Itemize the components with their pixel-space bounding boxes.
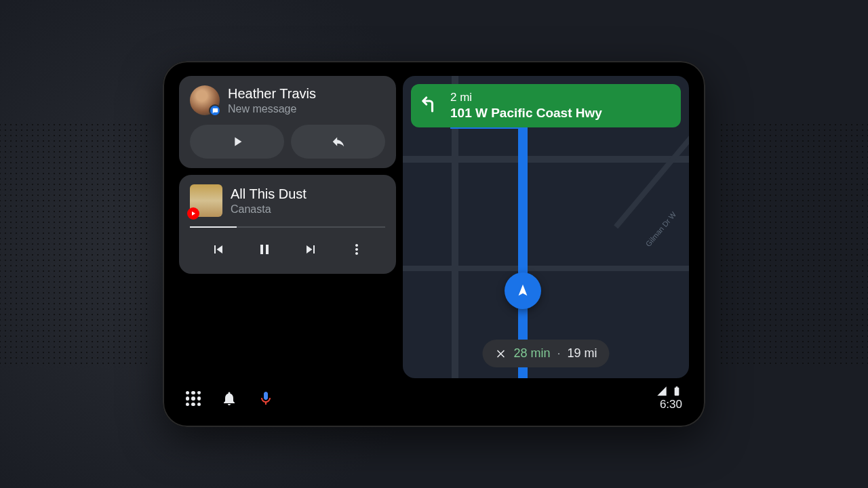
play-icon (230, 134, 245, 149)
home-screen: Heather Travis New message (179, 76, 689, 378)
system-bar-left (186, 390, 274, 407)
message-header: Heather Travis New message (190, 85, 385, 115)
messages-app-badge-icon (209, 104, 221, 117)
more-vert-icon (349, 241, 365, 258)
reply-message-button[interactable] (291, 125, 385, 159)
skip-next-icon (302, 241, 319, 258)
eta-separator: · (557, 346, 561, 361)
play-message-button[interactable] (190, 125, 284, 159)
track-title: All This Dust (231, 186, 307, 202)
infotainment-display: Heather Travis New message (163, 61, 705, 427)
navigation-map[interactable]: Gilman Dr W 2 mi 101 W Pacific Coast Hwy… (403, 76, 689, 378)
music-controls (190, 235, 385, 264)
youtube-music-badge-icon (187, 207, 199, 220)
music-text: All This Dust Canasta (231, 186, 307, 216)
music-overflow-button[interactable] (344, 237, 369, 262)
music-progress-track[interactable] (190, 226, 385, 228)
message-card[interactable]: Heather Travis New message (179, 76, 396, 168)
eta-distance: 19 mi (568, 346, 597, 361)
navigation-distance: 2 mi (450, 91, 602, 104)
voice-assistant-button[interactable] (258, 390, 274, 407)
next-track-button[interactable] (298, 237, 323, 262)
left-column: Heather Travis New message (179, 76, 396, 378)
sender-name: Heather Travis (228, 86, 316, 102)
bell-icon (221, 390, 237, 407)
music-card[interactable]: All This Dust Canasta (179, 175, 396, 274)
turn-left-icon (420, 94, 441, 117)
apps-grid-icon (186, 391, 201, 406)
navigation-banner-text: 2 mi 101 W Pacific Coast Hwy (450, 91, 602, 121)
skip-previous-icon (210, 241, 226, 258)
album-art (190, 184, 222, 217)
battery-icon (671, 386, 682, 396)
clock: 6:30 (660, 398, 682, 411)
previous-track-button[interactable] (206, 237, 231, 262)
pause-button[interactable] (252, 237, 277, 262)
navigation-road-name: 101 W Pacific Coast Hwy (450, 106, 602, 121)
system-bar-right: 6:30 (656, 386, 682, 411)
message-text: Heather Travis New message (228, 86, 316, 115)
pause-icon (256, 241, 273, 258)
sender-avatar (190, 85, 220, 115)
status-icons (656, 386, 682, 396)
reply-icon (331, 134, 346, 149)
eta-chip[interactable]: 28 min · 19 mi (482, 340, 609, 367)
app-launcher-button[interactable] (186, 391, 201, 406)
message-actions (190, 125, 385, 159)
track-artist: Canasta (231, 203, 307, 216)
music-header: All This Dust Canasta (190, 184, 385, 217)
message-subtitle: New message (228, 103, 316, 115)
current-position-marker (505, 272, 541, 309)
music-progress-fill (190, 226, 237, 228)
microphone-icon (258, 390, 274, 407)
system-bar: 6:30 (179, 378, 689, 415)
close-icon[interactable] (494, 348, 507, 360)
navigation-arrow-icon (515, 283, 530, 298)
notifications-button[interactable] (221, 390, 237, 407)
signal-icon (656, 386, 667, 396)
cross-street-label: Gilman Dr W (644, 210, 678, 248)
eta-time: 28 min (513, 346, 550, 361)
navigation-banner[interactable]: 2 mi 101 W Pacific Coast Hwy (411, 84, 681, 127)
